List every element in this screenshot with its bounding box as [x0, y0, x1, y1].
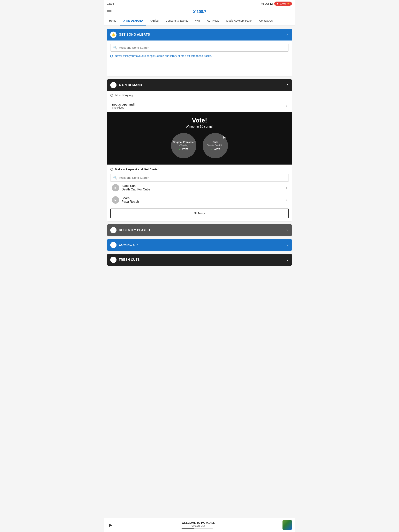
- battery-icon: ⏺: [276, 2, 279, 5]
- music-note-icon: ♪: [113, 83, 114, 87]
- coming-up-section: ⏱ COMING UP ∨: [107, 239, 292, 251]
- alerts-dot: [110, 55, 113, 57]
- fresh-cuts-chevron: ∨: [286, 258, 289, 262]
- request-label-row: Make a Request and Get Alerts!: [110, 168, 289, 171]
- recently-played-icon: ↺: [110, 227, 116, 233]
- alerts-chevron: ∧: [286, 32, 289, 37]
- vote-option-1[interactable]: Original Prankster Offspring ✓ VOTE: [171, 133, 196, 158]
- coming-up-header[interactable]: ⏱ COMING UP ∨: [107, 239, 292, 251]
- all-songs-button[interactable]: All Songs: [110, 209, 289, 218]
- bell-icon: 🔔: [111, 33, 116, 37]
- fresh-cuts-title: FRESH CUTS: [119, 258, 140, 261]
- alerts-title: GET SONG ALERTS: [119, 33, 150, 36]
- alerts-icon: 🔔: [110, 32, 116, 38]
- vote2-play-icon: ▶: [223, 135, 225, 139]
- vote1-artist: Offspring: [180, 144, 188, 146]
- clock-icon: ⏱: [112, 243, 115, 247]
- now-playing-row: Now Playing: [107, 91, 292, 100]
- site-logo: X 100.7: [193, 9, 206, 14]
- nav-musicadvisory[interactable]: Music Advisory Panel: [223, 16, 256, 25]
- request-dot: [110, 168, 113, 171]
- main-nav: Home X ON DEMAND #XBlog Concerts & Event…: [104, 16, 295, 26]
- logo-x: X: [193, 9, 196, 14]
- request-section: Make a Request and Get Alerts! 🔍 ▶ Black…: [107, 165, 292, 221]
- vote1-btn[interactable]: ✓ VOTE: [179, 148, 188, 151]
- fresh-cuts-icon: ✂: [110, 257, 116, 263]
- recently-played-header[interactable]: ↺ RECENTLY PLAYED ∨: [107, 224, 292, 236]
- nav-altnews[interactable]: ALT News: [203, 16, 223, 25]
- alerts-body: 🔍 Never miss your favourite songs! Searc…: [107, 40, 292, 76]
- nav-xblog[interactable]: #XBlog: [146, 16, 162, 25]
- nav-xondemand[interactable]: X ON DEMAND: [120, 16, 146, 25]
- current-track-info: Bogus Operandi The Hives: [112, 103, 135, 109]
- nav-home[interactable]: Home: [106, 16, 120, 25]
- xod-section-header[interactable]: ♪ X ON DEMAND ∧: [107, 79, 292, 91]
- song1-left: ▶ Black Sun Death Cab For Cutie: [112, 184, 150, 191]
- status-right: Thu Oct 12 ⏺ 100% ⚡: [259, 1, 292, 6]
- page-bottom-spacer: [107, 269, 292, 284]
- battery-percent: 100%: [280, 2, 286, 5]
- vote2-song: Ride: [211, 141, 219, 144]
- logo-num: 100.7: [196, 9, 206, 14]
- status-time: 16:06: [107, 2, 114, 5]
- current-track-artist: The Hives: [112, 106, 135, 109]
- get-song-alerts-section: 🔔 GET SONG ALERTS ∧ 🔍 Never miss your fa…: [107, 29, 292, 76]
- recently-played-title: RECENTLY PLAYED: [119, 228, 150, 232]
- current-track-chevron: ›: [286, 104, 287, 108]
- request-search-box[interactable]: 🔍: [110, 174, 289, 182]
- nav-contactus[interactable]: Contact Us: [256, 16, 276, 25]
- alerts-subtext-label: Never miss your favourite songs! Search …: [115, 54, 212, 57]
- current-track-title: Bogus Operandi: [112, 103, 135, 106]
- status-date: Thu Oct 12: [259, 2, 273, 5]
- alerts-search-icon: 🔍: [113, 46, 117, 50]
- fresh-cuts-header[interactable]: ✂ FRESH CUTS ∨: [107, 254, 292, 266]
- vote-option-2[interactable]: ▶ Ride Twenty One Pil... ✓ VOTE: [203, 133, 228, 158]
- alerts-search-box[interactable]: 🔍: [110, 44, 289, 52]
- song2-play-btn[interactable]: ▶: [112, 196, 119, 204]
- request-label-text: Make a Request and Get Alerts!: [115, 168, 159, 171]
- song2-artist: Papa Roach: [122, 200, 139, 203]
- xod-icon: ♪: [110, 82, 116, 88]
- song1-title: Black Sun: [122, 184, 150, 188]
- vote2-label: VOTE: [214, 148, 220, 151]
- recently-played-section: ↺ RECENTLY PLAYED ∨: [107, 224, 292, 236]
- coming-up-chevron: ∨: [286, 243, 289, 247]
- xod-header-left: ♪ X ON DEMAND: [110, 82, 142, 88]
- recently-played-header-left: ↺ RECENTLY PLAYED: [110, 227, 150, 233]
- vote2-btn[interactable]: ✓ VOTE: [210, 148, 220, 151]
- charging-icon: ⚡: [287, 2, 290, 5]
- vote-options: Original Prankster Offspring ✓ VOTE ▶ Ri…: [110, 133, 289, 161]
- alerts-spacer: [110, 57, 289, 73]
- vote2-artist: Twenty One Pil...: [207, 144, 223, 146]
- song2-chevron: ›: [286, 198, 287, 202]
- nav-concerts[interactable]: Concerts & Events: [162, 16, 192, 25]
- request-search-icon: 🔍: [113, 176, 117, 180]
- song1-info: Black Sun Death Cab For Cutie: [122, 184, 150, 191]
- alerts-section-header[interactable]: 🔔 GET SONG ALERTS ∧: [107, 29, 292, 40]
- fresh-cuts-header-left: ✂ FRESH CUTS: [110, 257, 140, 263]
- song2-info: Scars Papa Roach: [122, 196, 139, 203]
- song1-play-btn[interactable]: ▶: [112, 184, 119, 191]
- song1-artist: Death Cab For Cutie: [122, 188, 150, 191]
- scissors-icon: ✂: [112, 258, 115, 262]
- now-playing-label: Now Playing: [115, 94, 133, 97]
- nav-win[interactable]: Win: [192, 16, 203, 25]
- alerts-header-left: 🔔 GET SONG ALERTS: [110, 32, 150, 38]
- vote1-check-icon: ✓: [179, 148, 181, 151]
- battery-indicator: ⏺ 100% ⚡: [274, 1, 292, 6]
- vote-title: Vote!: [110, 117, 289, 124]
- xod-section: ♪ X ON DEMAND ∧ Now Playing Bogus Operan…: [107, 79, 292, 221]
- song-list-item-1[interactable]: ▶ Black Sun Death Cab For Cutie ›: [110, 182, 289, 194]
- status-bar: 16:06 Thu Oct 12 ⏺ 100% ⚡: [104, 0, 295, 7]
- vote2-check-icon: ✓: [210, 148, 212, 151]
- vote1-song: Original Prankster: [171, 141, 196, 144]
- current-track-row[interactable]: Bogus Operandi The Hives ›: [107, 100, 292, 112]
- request-search-input[interactable]: [119, 176, 286, 179]
- alerts-search-input[interactable]: [119, 46, 286, 49]
- header: X 100.7: [104, 7, 295, 16]
- song1-chevron: ›: [286, 186, 287, 190]
- xod-title: X ON DEMAND: [119, 83, 142, 87]
- hamburger-menu[interactable]: [107, 10, 111, 13]
- coming-up-icon: ⏱: [110, 242, 116, 248]
- song-list-item-2[interactable]: ▶ Scars Papa Roach ›: [110, 194, 289, 206]
